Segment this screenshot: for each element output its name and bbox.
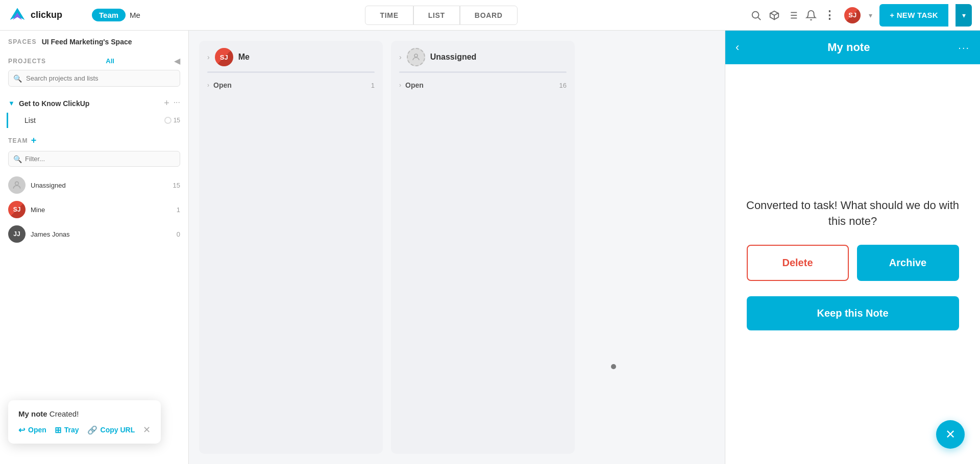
toast-copy-url-button[interactable]: 🔗 Copy URL [87,425,135,435]
group-row-unassigned-open[interactable]: › Open 16 [391,78,575,92]
team-badge[interactable]: Team [92,9,126,21]
more-icon[interactable]: ⋮ [824,9,836,22]
group-count-me-open: 1 [371,82,375,89]
collapse-sidebar-icon[interactable]: ◀ [174,56,180,66]
team-label: TEAM [8,137,28,144]
spaces-label: SPACES [8,38,37,45]
project-search-box: 🔍 [8,70,180,87]
svg-point-2 [752,11,759,18]
col-header-me: › SJ Me [199,41,383,71]
toast-actions: ↩ Open ⊞ Tray 🔗 Copy URL ✕ [18,424,151,435]
group-name-me-open: Open [213,81,367,89]
svg-line-3 [758,17,761,20]
project-item[interactable]: ▼ Get to Know ClickUp + ··· [0,94,188,113]
note-more-button[interactable]: ··· [958,42,970,54]
col-avatar-unassigned [407,48,425,66]
group-row-me-open[interactable]: › Open 1 [199,78,383,92]
list-view-icon[interactable] [787,10,798,21]
toast-tray-button[interactable]: ⊞ Tray [55,425,79,435]
group-chevron-icon: › [207,82,209,89]
toast-message: My note Created! [18,409,151,418]
member-count-mine: 1 [177,206,180,214]
svg-point-11 [15,182,19,185]
col-expand-icon-me[interactable]: › [207,53,210,61]
member-row-unassigned[interactable]: Unassigned 15 [8,173,180,197]
spaces-header: SPACES UI Feed Marketing's Space [0,31,188,50]
project-name: Get to Know ClickUp [19,99,160,108]
col-header-unassigned: › Unassigned [391,41,575,71]
cube-icon[interactable] [769,10,780,21]
note-action-buttons: Delete Archive [741,245,965,281]
link-icon: 🔗 [87,425,97,435]
member-avatar-mine: SJ [8,201,26,218]
bell-icon[interactable] [805,10,817,21]
add-project-icon[interactable]: + [164,98,169,109]
note-back-button[interactable]: ‹ [736,41,739,54]
sidebar: SPACES UI Feed Marketing's Space PROJECT… [0,31,189,464]
member-row-mine[interactable]: SJ Mine 1 [8,197,180,222]
toast-open-button[interactable]: ↩ Open [18,425,46,435]
new-task-dropdown-button[interactable]: ▾ [955,4,972,27]
project-chevron-icon: ▼ [8,99,15,107]
member-name-mine: Mine [31,206,172,214]
keep-note-button[interactable]: Keep this Note [747,296,959,330]
svg-point-12 [414,54,418,57]
project-more-icon[interactable]: ··· [174,98,180,109]
logo-area: clickup [0,6,92,24]
search-icon: 🔍 [13,74,22,83]
toast-close-button[interactable]: ✕ [143,424,151,435]
col-name-me: Me [238,53,250,62]
note-panel: ‹ My note ··· Converted to task! What sh… [725,31,980,464]
col-name-unassigned: Unassigned [430,53,477,62]
space-name: UI Feed Marketing's Space [42,38,132,46]
user-avatar[interactable]: SJ [843,6,862,24]
team-header: TEAM + [8,135,180,146]
tab-time[interactable]: TIME [365,6,413,25]
topnav-actions: ⋮ SJ ▾ + NEW TASK ▾ [742,4,980,27]
col-expand-icon-unassigned[interactable]: › [399,53,402,61]
new-task-button[interactable]: + NEW TASK [879,4,948,27]
note-header: ‹ My note ··· [725,31,980,64]
note-question: Converted to task! What should we do wit… [741,198,965,229]
me-label: Me [130,11,140,19]
delete-note-button[interactable]: Delete [747,245,849,281]
dropdown-arrow-icon[interactable]: ▾ [869,11,872,19]
member-avatar-jj: JJ [8,225,26,243]
member-row-jj[interactable]: JJ James Jonas 0 [8,222,180,246]
col-avatar-me: SJ [215,48,233,66]
tab-board[interactable]: BOARD [460,6,518,25]
board-column-unassigned: › Unassigned › Open 16 [391,41,575,454]
search-input[interactable] [8,70,180,87]
toast-notification: My note Created! ↩ Open ⊞ Tray 🔗 Copy UR… [8,400,161,444]
fab-close-button[interactable]: ✕ [936,420,965,449]
search-icon[interactable] [750,10,762,21]
view-tabs: TIME LIST BOARD [140,6,742,25]
col-divider-me [207,71,375,73]
group-chevron-icon-unassigned: › [399,82,401,89]
toast-text-after: Created! [47,409,79,418]
board-column-me: › SJ Me › Open 1 [199,41,383,454]
group-count-unassigned-open: 16 [559,82,567,89]
projects-header: PROJECTS All ◀ [0,50,188,70]
all-projects-link[interactable]: All [106,57,114,65]
member-name-unassigned: Unassigned [31,182,168,189]
logo-text: clickup [31,10,62,20]
member-name-jj: James Jonas [31,230,172,238]
member-count-jj: 0 [177,230,180,238]
team-section: TEAM + 🔍 Unassigned 15 SJ Mine 1 JJ Jame… [0,128,188,250]
tab-list[interactable]: LIST [413,6,460,25]
list-item[interactable]: List 15 [7,113,188,128]
filter-input[interactable] [8,151,180,167]
list-count: 15 [164,117,180,124]
add-team-member-icon[interactable]: + [31,135,37,146]
list-name: List [24,116,160,124]
archive-note-button[interactable]: Archive [857,245,959,281]
project-actions: + ··· [164,98,180,109]
tray-icon: ⊞ [55,425,61,435]
group-name-unassigned-open: Open [405,81,555,89]
note-title: My note [827,41,870,54]
clickup-logo-icon [8,6,27,24]
note-body: Converted to task! What should we do wit… [725,64,980,464]
list-spinner-icon [164,117,172,124]
filter-search-icon: 🔍 [13,155,22,163]
